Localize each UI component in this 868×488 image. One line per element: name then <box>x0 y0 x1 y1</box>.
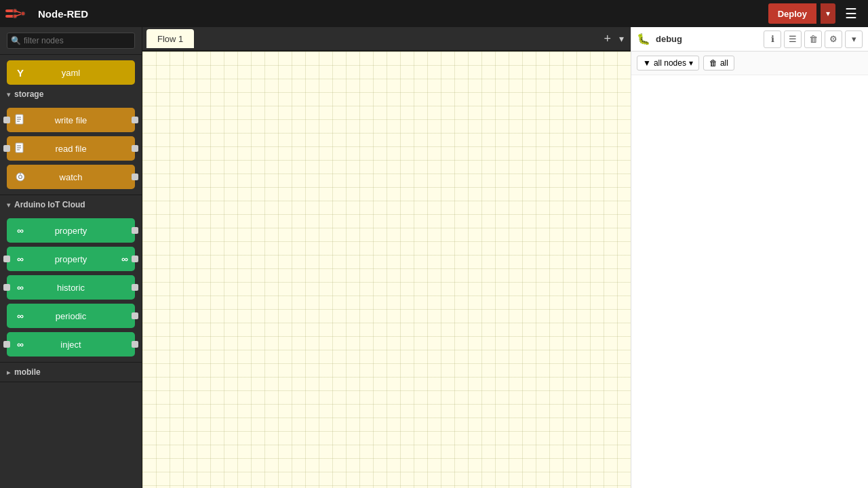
property-out-port-right <box>132 227 138 234</box>
filter-nodes-input[interactable] <box>7 33 135 49</box>
all-nodes-label: all nodes <box>654 58 686 68</box>
debug-content <box>631 75 868 488</box>
clear-all-button[interactable]: 🗑 all <box>703 56 734 70</box>
write-file-port-right <box>132 117 138 123</box>
category-arduino: ▾ Arduino IoT Cloud ∞ property ∞ propert… <box>0 195 142 363</box>
category-storage: ▾ storage write file <box>0 85 142 195</box>
debug-info-button[interactable]: ℹ <box>764 30 781 48</box>
property-out-node[interactable]: ∞ property <box>7 218 135 243</box>
category-mobile-header[interactable]: ▸ mobile <box>0 363 142 382</box>
yaml-icon: Y <box>14 66 27 79</box>
category-mobile-label: mobile <box>14 367 41 377</box>
read-file-icon <box>14 142 27 155</box>
category-storage-label: storage <box>14 89 43 99</box>
sidebar: 🔍 Y yaml ▾ storage <box>0 27 142 488</box>
category-arduino-label: Arduino IoT Cloud <box>14 200 85 209</box>
historic-node[interactable]: ∞ historic <box>7 275 135 300</box>
logo-icon <box>5 6 33 21</box>
debug-trash-button[interactable]: 🗑 <box>804 30 822 48</box>
write-file-node[interactable]: write file <box>7 108 135 132</box>
read-file-port-left <box>3 145 10 152</box>
debug-panel-dropdown-button[interactable]: ▾ <box>845 30 863 48</box>
watch-icon <box>14 170 27 184</box>
deploy-button[interactable]: Deploy <box>768 3 816 24</box>
topbar: Node-RED Deploy ▾ ☰ <box>0 0 868 27</box>
filter-wrap: 🔍 <box>7 33 135 49</box>
app-title: Node-RED <box>38 8 88 20</box>
flow-tab-1[interactable]: Flow 1 <box>146 29 194 48</box>
historic-icon: ∞ <box>14 281 27 294</box>
clear-all-label: all <box>720 58 728 68</box>
arduino-chevron-icon: ▾ <box>7 201 10 209</box>
add-flow-tab-button[interactable]: + <box>599 32 615 46</box>
watch-port-right <box>132 174 138 180</box>
arduino-nodes: ∞ property ∞ property ∞ ∞ historic <box>0 214 142 362</box>
debug-title: debug <box>656 34 761 44</box>
inject-port-right <box>132 341 138 348</box>
debug-icon: 🐛 <box>637 33 650 45</box>
trash-icon: 🗑 <box>709 58 717 68</box>
main-layout: 🔍 Y yaml ▾ storage <box>0 27 868 488</box>
periodic-port-right <box>132 312 138 319</box>
search-icon: 🔍 <box>11 36 21 45</box>
write-file-port-left <box>3 117 10 123</box>
hamburger-menu-button[interactable]: ☰ <box>840 3 863 24</box>
debug-filter-bar: ▼ all nodes ▾ 🗑 all <box>631 52 868 75</box>
storage-chevron-icon: ▾ <box>7 91 10 98</box>
all-nodes-chevron: ▾ <box>689 58 693 68</box>
debug-header: 🐛 debug ℹ ☰ 🗑 ⚙ ▾ <box>631 27 868 52</box>
filter-input-wrap: 🔍 <box>0 27 142 55</box>
yaml-node-wrap: Y yaml <box>0 55 142 85</box>
property-in-node[interactable]: ∞ property ∞ <box>7 247 135 271</box>
historic-port-right <box>132 284 138 291</box>
property-in-icon-left: ∞ <box>14 252 27 266</box>
debug-panel: 🐛 debug ℹ ☰ 🗑 ⚙ ▾ ▼ all nodes ▾ 🗑 all <box>631 27 868 488</box>
category-mobile: ▸ mobile <box>0 363 142 382</box>
property-in-port-left <box>3 256 10 262</box>
property-out-icon: ∞ <box>14 224 27 237</box>
periodic-icon: ∞ <box>14 309 27 323</box>
flow-canvas[interactable] <box>142 52 631 488</box>
read-file-node[interactable]: read file <box>7 136 135 161</box>
inject-node[interactable]: ∞ inject <box>7 332 135 357</box>
property-in-icon-right: ∞ <box>121 253 128 264</box>
deploy-dropdown-button[interactable]: ▾ <box>821 3 835 24</box>
write-file-icon <box>14 113 27 127</box>
inject-port-left <box>3 341 10 348</box>
filter-icon: ▼ <box>643 58 651 68</box>
historic-port-left <box>3 284 10 291</box>
topbar-right: Deploy ▾ ☰ <box>768 3 863 24</box>
mobile-chevron-icon: ▸ <box>7 369 10 376</box>
periodic-node[interactable]: ∞ periodic <box>7 304 135 328</box>
flow-tab-dropdown-button[interactable]: ▾ <box>616 33 627 44</box>
watch-node[interactable]: watch <box>7 165 135 189</box>
debug-list-button[interactable]: ☰ <box>784 30 802 48</box>
property-in-port-right <box>132 256 138 262</box>
category-storage-header[interactable]: ▾ storage <box>0 85 142 104</box>
storage-nodes: write file read file wa <box>0 104 142 195</box>
canvas-area: Flow 1 + ▾ <box>142 27 631 488</box>
topbar-left: Node-RED <box>5 6 88 21</box>
debug-gear-button[interactable]: ⚙ <box>825 30 842 48</box>
category-arduino-header[interactable]: ▾ Arduino IoT Cloud <box>0 195 142 214</box>
yaml-node[interactable]: Y yaml <box>7 60 135 85</box>
svg-point-6 <box>21 12 25 16</box>
all-nodes-filter-button[interactable]: ▼ all nodes ▾ <box>637 56 699 70</box>
inject-icon: ∞ <box>14 338 27 351</box>
read-file-port-right <box>132 145 138 152</box>
flow-tabs: Flow 1 + ▾ <box>142 27 631 52</box>
flow-tab-1-label: Flow 1 <box>157 34 183 44</box>
